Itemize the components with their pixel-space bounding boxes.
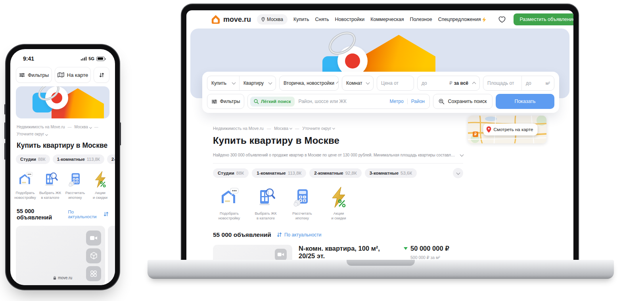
listing-card[interactable]: N-комн. квартира, 100 м², 20/25 эт. Наим… [213, 245, 463, 261]
building-magnifier-icon [255, 186, 277, 208]
search-row-secondary: Фильтры Лёгкий поиск Район, шоссе или ЖК… [207, 94, 554, 109]
nav-useful[interactable]: Полезное [410, 17, 432, 22]
results-bar: 55 000 объявлений По актуальности [213, 231, 463, 238]
quick-link-mortgage[interactable]: Рассчитатьипотеку [286, 186, 318, 221]
search-row-primary: Купить Квартиру Вторичка, новостройки Ко… [207, 76, 554, 91]
district-link[interactable]: Район [411, 99, 425, 104]
desktop-site: move.ru Москва Купить Снять Новостройки … [186, 10, 573, 261]
nav-buy[interactable]: Купить [293, 17, 309, 22]
filters-button[interactable]: Фильтры [207, 94, 244, 109]
favorites-heart-icon[interactable] [498, 16, 506, 23]
chip-studios[interactable]: Студии88К [16, 154, 50, 164]
main-content: Недвижимость на Move.ru — Москва — Уточн… [186, 116, 573, 261]
chip-2room[interactable]: 2-комнатные92,8К [107, 154, 115, 164]
price-down-icon [404, 247, 408, 250]
chip-1room[interactable]: 1-комнатные113,8К [53, 154, 104, 164]
room-filter-chips: Студии88К 1-комнатные113,8К 2-комнатные9… [213, 168, 463, 178]
description-expand-button[interactable] [460, 151, 463, 158]
view-on-map-button[interactable]: Смотреть на карте [483, 124, 538, 135]
site-header: move.ru Москва Купить Снять Новостройки … [186, 10, 573, 29]
signal-icon [81, 57, 87, 61]
nav-new-buildings[interactable]: Новостройки [335, 17, 364, 22]
chip-2room[interactable]: 2-комнатные92,8К [309, 168, 361, 178]
breadcrumb-home[interactable]: Недвижимость на Move.ru [17, 124, 65, 131]
laptop-mockup: move.ru Москва Купить Снять Новостройки … [181, 4, 579, 261]
breadcrumb-district[interactable]: Уточните округ [17, 131, 48, 138]
listing-price-per-m2: 500 000 ₽ за м² [404, 255, 463, 260]
sort-link[interactable]: По актуальности [68, 210, 109, 219]
logo-house-icon [211, 15, 220, 24]
show-results-button[interactable]: Показать [496, 94, 554, 109]
breadcrumb: Недвижимость на Move.ru — Москва — Уточн… [10, 118, 115, 138]
breadcrumb-district[interactable]: Уточните округ [303, 126, 335, 131]
save-search-button[interactable]: Сохранить поиск [433, 94, 493, 109]
quick-link-promos[interactable]: Акциии скидки [322, 186, 355, 221]
laptop-base [148, 260, 614, 279]
market-select[interactable]: Вторичка, новостройки [279, 76, 339, 91]
video-badge[interactable] [275, 249, 287, 261]
phone-mockup: 9:41 5G Фильтры На карте [6, 45, 119, 290]
deal-select[interactable]: Купить [207, 76, 239, 90]
map-preview[interactable]: ₽ Смотреть на карте [468, 116, 546, 143]
status-time: 9:41 [23, 55, 34, 62]
nav-rent[interactable]: Снять [315, 17, 329, 22]
chips-expand-button[interactable] [453, 168, 463, 178]
ruble-map-marker: ₽ [473, 131, 478, 137]
sort-button[interactable] [94, 67, 109, 83]
seo-description: Найдено 300 000 объявлений о продаже ква… [213, 153, 456, 157]
quick-link-mortgage[interactable]: Рассчитатьипотеку [63, 171, 88, 200]
logo[interactable]: move.ru [211, 15, 251, 24]
results-count: 55 000 объявлений [213, 231, 271, 238]
quick-link-catalog[interactable]: Выбрать ЖКв каталоге [38, 171, 63, 200]
breadcrumb-city[interactable]: Москва [274, 126, 292, 131]
phone-power-button [120, 122, 121, 145]
nav-commercial[interactable]: Коммерческая [370, 17, 404, 22]
keyring-icon [325, 30, 360, 56]
listing-price: 50 000 000 ₽ [410, 245, 449, 252]
quick-link-promos[interactable]: Акциии скидки [88, 171, 113, 200]
breadcrumb-city[interactable]: Москва [75, 124, 92, 131]
location-search-input[interactable]: Лёгкий поиск Район, шоссе или ЖК Метро Р… [247, 94, 430, 109]
listing-photo-placeholder[interactable] [213, 245, 292, 261]
hero-banner [16, 86, 109, 118]
property-type-select[interactable]: Квартиру [239, 76, 276, 90]
post-ad-button[interactable]: Разместить объявление [514, 13, 573, 25]
area-from-input[interactable]: Площадь от [483, 76, 521, 90]
price-from-input[interactable]: Цена от [377, 76, 414, 91]
breadcrumb-home[interactable]: Недвижимость на Move.ru [213, 126, 264, 131]
seo-description-row: Найдено 300 000 объявлений о продаже ква… [213, 151, 463, 158]
price-mode-select[interactable]: за всё [454, 80, 468, 86]
browser-url-bar[interactable]: move.ru [10, 276, 115, 280]
on-map-button[interactable]: На карте [55, 67, 91, 83]
room-filter-chips: Студии88К 1-комнатные113,8К 2-комнатные9… [10, 150, 115, 164]
area-to-input[interactable]: дом² [521, 76, 554, 90]
chip-1room[interactable]: 1-комнатные113,8К [252, 168, 306, 178]
area-group: Площадь от дом² [483, 76, 554, 91]
phone-volume-down-button [4, 143, 6, 160]
sort-link[interactable]: По актуальности [277, 232, 322, 238]
metro-link[interactable]: Метро [389, 99, 403, 104]
city-selector[interactable]: Москва [257, 14, 288, 25]
location-pin-icon [261, 17, 265, 22]
video-badge[interactable] [86, 231, 101, 246]
price-to-input[interactable]: до ₽за всё [417, 76, 480, 91]
main-nav: Купить Снять Новостройки Коммерческая По… [293, 17, 486, 22]
quick-link-new-building[interactable]: Подобратьновостройку [13, 171, 38, 200]
brand-illustration [16, 86, 109, 118]
quick-link-catalog[interactable]: Выбрать ЖКв каталоге [249, 186, 282, 221]
listing-title[interactable]: N-комн. квартира, 100 м², 20/25 эт. [299, 245, 397, 260]
quick-links: Подобратьновостройку Выбрать ЖКв каталог… [213, 186, 463, 221]
filters-button[interactable]: Фильтры [16, 67, 52, 83]
nav-special-offers[interactable]: Спецпредложения [438, 17, 481, 22]
chip-3room[interactable]: 3-комнатные53,6К [365, 168, 417, 178]
easy-search-badge[interactable]: Лёгкий поиск [250, 97, 295, 107]
status-bar: 9:41 5G [10, 49, 115, 62]
rooms-select[interactable]: Комнат [342, 76, 374, 91]
building-magnifier-icon [42, 171, 59, 188]
laptop-lid-notch [347, 260, 415, 266]
chip-studios[interactable]: Студии88К [213, 168, 249, 178]
quick-link-new-building[interactable]: Подобратьновостройку [213, 186, 245, 221]
cube-3d-badge[interactable] [86, 248, 101, 263]
quick-links: Подобратьновостройку Выбрать ЖКв каталог… [10, 164, 115, 200]
sort-arrows-icon [277, 232, 282, 237]
